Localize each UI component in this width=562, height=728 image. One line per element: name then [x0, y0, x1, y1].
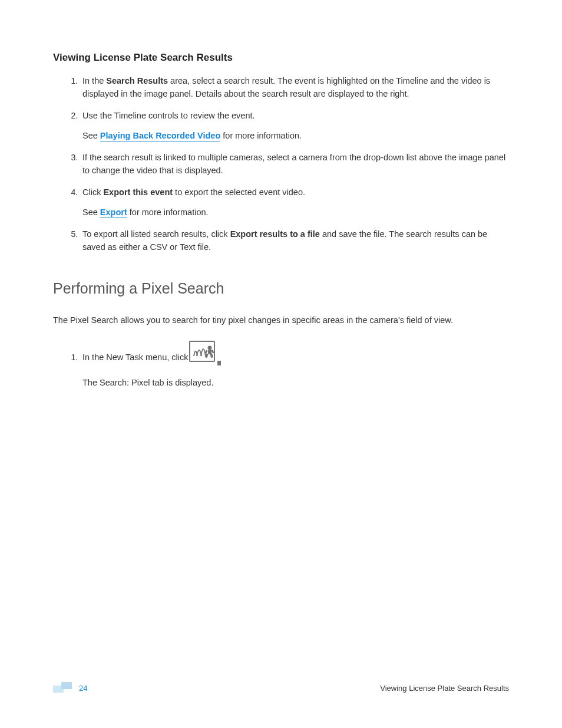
page-number: 24	[79, 684, 87, 693]
link-playing-back-recorded-video[interactable]: Playing Back Recorded Video	[100, 131, 220, 141]
footer-title: Viewing License Plate Search Results	[380, 684, 509, 693]
svg-rect-3	[210, 353, 214, 358]
step-text: If the search result is linked to multip…	[82, 153, 505, 175]
step-subtext: See Playing Back Recorded Video for more…	[82, 129, 509, 142]
step-subtext: See Export for more information.	[82, 206, 509, 219]
step-item: In the New Task menu, click	[80, 341, 509, 389]
text-fragment: In the New Task menu, click	[82, 351, 188, 364]
text-fragment: Click	[82, 187, 103, 197]
step-item: To export all listed search results, cli…	[80, 228, 509, 254]
bold-term: Search Results	[106, 76, 168, 85]
step-item: In the Search Results area, select a sea…	[80, 74, 509, 101]
page-footer: 24 Viewing License Plate Search Results	[53, 682, 509, 694]
text-fragment: to export the selected event video.	[173, 187, 305, 197]
text-fragment: for more information.	[127, 207, 209, 217]
text-fragment: for more information.	[220, 131, 302, 140]
step-item: Click Export this event to export the se…	[80, 186, 509, 219]
svg-point-0	[208, 346, 212, 350]
section-heading-viewing: Viewing License Plate Search Results	[53, 52, 509, 64]
major-heading-pixel-search: Performing a Pixel Search	[53, 280, 509, 297]
text-fragment: See	[82, 131, 100, 140]
step-text: In the New Task menu, click	[82, 341, 221, 364]
bold-term: Export this event	[103, 187, 173, 197]
footer-left: 24	[53, 682, 87, 694]
step-item: Use the Timeline controls to review the …	[80, 109, 509, 143]
step-text: To export all listed search results, cli…	[82, 229, 487, 252]
steps-list-2: In the New Task menu, click	[53, 341, 509, 389]
footer-decoration-icon	[53, 682, 73, 694]
text-fragment: See	[82, 207, 100, 217]
document-page: Viewing License Plate Search Results In …	[0, 0, 562, 389]
step-text: In the Search Results area, select a sea…	[82, 76, 490, 98]
pixel-search-icon	[189, 341, 221, 364]
step-item: If the search result is linked to multip…	[80, 151, 509, 177]
link-export[interactable]: Export	[100, 207, 127, 218]
step-text: Click Export this event to export the se…	[82, 186, 509, 199]
text-fragment: In the	[82, 76, 106, 85]
text-fragment: To export all listed search results, cli…	[82, 229, 230, 239]
steps-list-1: In the Search Results area, select a sea…	[53, 74, 509, 254]
bold-term: Export results to a file	[230, 229, 320, 239]
step-text: Use the Timeline controls to review the …	[82, 109, 509, 122]
intro-paragraph: The Pixel Search allows you to search fo…	[53, 314, 509, 327]
step-subtext: The Search: Pixel tab is displayed.	[82, 376, 509, 389]
svg-rect-1	[208, 350, 211, 354]
